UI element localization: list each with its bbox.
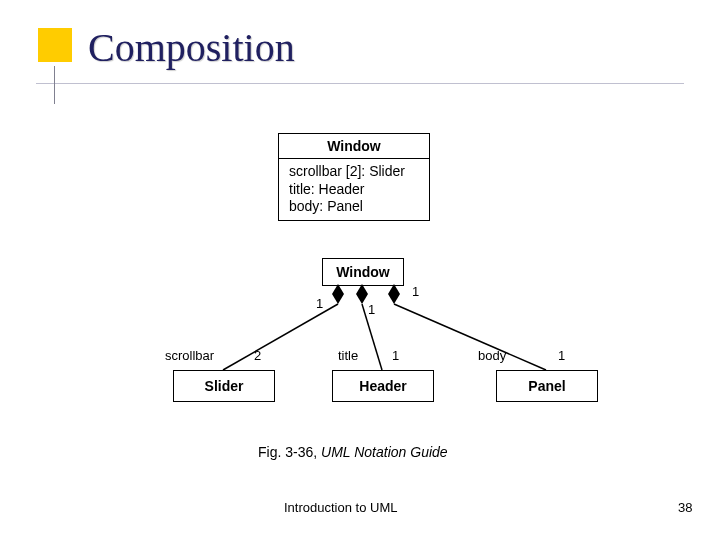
mult-title-leaf: 1 <box>392 348 399 363</box>
footer-center: Introduction to UML <box>284 500 397 515</box>
mult-body-leaf: 1 <box>558 348 565 363</box>
figure-caption-italic: UML Notation Guide <box>321 444 448 460</box>
diamond-body <box>388 284 400 304</box>
role-title: title <box>338 348 358 363</box>
figure-caption-prefix: Fig. 3-36, <box>258 444 321 460</box>
diamond-scrollbar <box>332 284 344 304</box>
mult-title-root: 1 <box>368 302 375 317</box>
diamond-title <box>356 284 368 304</box>
mult-scrollbar-root: 1 <box>316 296 323 311</box>
edge-scrollbar <box>223 304 338 370</box>
figure-caption: Fig. 3-36, UML Notation Guide <box>258 444 448 460</box>
footer-page-number: 38 <box>678 500 692 515</box>
mult-body-root: 1 <box>412 284 419 299</box>
mult-scrollbar-leaf: 2 <box>254 348 261 363</box>
role-body: body <box>478 348 506 363</box>
slide: { "title": "Composition", "classBox": { … <box>0 0 720 540</box>
edge-body <box>394 304 546 370</box>
role-scrollbar: scrollbar <box>165 348 214 363</box>
